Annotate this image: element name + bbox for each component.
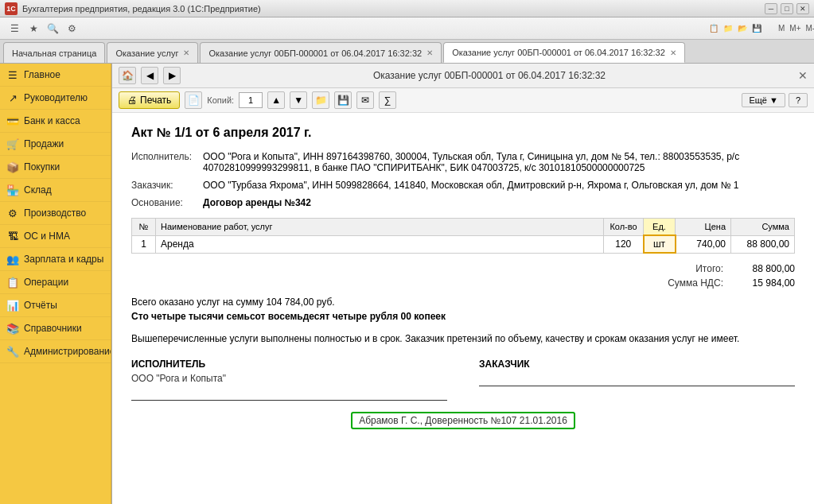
sidebar-item-reports-label: Отчёты [24, 300, 57, 311]
icon-r1[interactable]: 📋 [709, 24, 719, 33]
sidebar-item-admin[interactable]: 🔧 Администрирование [0, 340, 111, 363]
tab-doc1[interactable]: Оказание услуг 00БП-000001 от 06.04.2017… [200, 42, 442, 63]
tab-bar: Начальная страница Оказание услуг ✕ Оказ… [0, 40, 814, 64]
star-icon[interactable]: ★ [25, 21, 41, 37]
tab-service-close[interactable]: ✕ [183, 48, 189, 57]
icon-m2[interactable]: M+ [789, 24, 800, 33]
highlighted-area: Абрамов Г. С., Доверенность №107 21.01.2… [131, 412, 795, 429]
close-button[interactable]: ✕ [796, 3, 809, 14]
content-area: 🏠 ◀ ▶ Оказание услуг 00БП-000001 от 06.0… [111, 64, 814, 504]
sidebar-item-salary-label: Зарплата и кадры [24, 254, 103, 265]
sidebar-item-sales-label: Продажи [24, 138, 64, 149]
icon-m3[interactable]: M- [805, 24, 814, 33]
sidebar-item-reference[interactable]: 📚 Справочники [0, 317, 111, 340]
sum-words: Сто четыре тысячи семьсот восемьдесят че… [131, 311, 795, 322]
admin-icon: 🔧 [6, 345, 19, 358]
maximize-button[interactable]: □ [781, 3, 793, 14]
sidebar-item-warehouse-label: Склад [24, 184, 52, 196]
basis-row: Основание: Договор аренды №342 [131, 197, 795, 208]
sidebar-item-os-label: ОС и НМА [24, 231, 70, 242]
sidebar-item-warehouse[interactable]: 🏪 Склад [0, 179, 111, 202]
minimize-button[interactable]: ─ [765, 3, 777, 14]
icon-r4[interactable]: 💾 [752, 24, 761, 33]
doc-panel: 🏠 ◀ ▶ Оказание услуг 00БП-000001 от 06.0… [111, 64, 814, 504]
sidebar-item-os[interactable]: 🏗 ОС и НМА [0, 225, 111, 248]
save-button[interactable]: 💾 [334, 91, 352, 109]
table-row: 1 Аренда 120 шт 740,00 88 800,00 [132, 235, 795, 253]
sidebar-item-manager[interactable]: ↗ Руководителю [0, 87, 111, 110]
operations-icon: 📋 [6, 276, 19, 289]
print-icon: 🖨 [127, 95, 137, 106]
settings-icon[interactable]: ⚙ [64, 21, 80, 37]
th-no: № [132, 219, 156, 236]
print-label: Печать [140, 95, 171, 106]
sidebar-item-purchases[interactable]: 📦 Покупки [0, 156, 111, 179]
print-button[interactable]: 🖨 Печать [119, 91, 180, 109]
copies-label: Копий: [207, 95, 234, 105]
sidebar-item-production-label: Производство [24, 207, 86, 219]
sidebar-item-reports[interactable]: 📊 Отчёты [0, 294, 111, 317]
icon-r2[interactable]: 📁 [723, 24, 733, 33]
esc-button[interactable]: Ещё ▼ [742, 93, 785, 107]
copies-down[interactable]: ▼ [290, 91, 307, 109]
bank-icon: 💳 [6, 114, 19, 127]
sidebar-item-operations[interactable]: 📋 Операции [0, 271, 111, 294]
reports-icon: 📊 [6, 299, 19, 312]
home-nav-button[interactable]: 🏠 [119, 67, 136, 84]
main-layout: ☰ Главное ↗ Руководителю 💳 Банк и касса … [0, 64, 814, 504]
sidebar-item-main[interactable]: ☰ Главное [0, 64, 111, 87]
tab-home[interactable]: Начальная страница [3, 42, 105, 63]
main-icon: ☰ [6, 68, 19, 81]
icon-r3[interactable]: 📂 [738, 24, 747, 33]
doc-panel-close[interactable]: ✕ [798, 69, 808, 82]
doc-toolbar-right: Ещё ▼ ? [742, 93, 808, 107]
copies-input[interactable] [239, 92, 263, 108]
sig-executor-name: ООО "Рога и Копыта" [131, 373, 447, 384]
sum-button[interactable]: ∑ [379, 91, 396, 109]
act-title: Акт № 1/1 от 6 апреля 2017 г. [131, 126, 795, 140]
sidebar-item-operations-label: Операции [24, 277, 68, 288]
row-qty: 120 [604, 235, 644, 253]
sidebar-item-main-label: Главное [24, 69, 60, 80]
email-button[interactable]: ✉ [356, 91, 374, 109]
preview-button[interactable]: 📄 [185, 91, 202, 109]
tab-doc1-label: Оказание услуг 00БП-000001 от 06.04.2017… [208, 48, 422, 58]
open-button[interactable]: 📁 [312, 91, 329, 109]
sidebar-item-sales[interactable]: 🛒 Продажи [0, 133, 111, 156]
basis-label: Основание: [131, 197, 203, 208]
th-unit: Ед. [644, 219, 676, 236]
help-button[interactable]: ? [789, 93, 808, 107]
highlighted-sig-box[interactable]: Абрамов Г. С., Доверенность №107 21.01.2… [351, 412, 575, 429]
row-price: 740,00 [676, 235, 731, 253]
tab-doc2-close[interactable]: ✕ [670, 48, 676, 57]
help-label: ? [796, 95, 800, 105]
sidebar-item-salary[interactable]: 👥 Зарплата и кадры [0, 248, 111, 271]
total-value: 88 800,00 [731, 263, 795, 274]
os-icon: 🏗 [6, 230, 19, 242]
purchases-icon: 📦 [6, 161, 19, 173]
sidebar-item-bank[interactable]: 💳 Банк и касса [0, 110, 111, 133]
forward-button[interactable]: ▶ [163, 67, 181, 84]
copies-up[interactable]: ▲ [267, 91, 285, 109]
tab-home-label: Начальная страница [12, 48, 96, 58]
menu-icon[interactable]: ☰ [6, 21, 22, 37]
th-price: Цена [676, 219, 731, 236]
th-sum: Сумма [731, 219, 795, 236]
window-controls[interactable]: ─ □ ✕ [765, 3, 809, 14]
back-button[interactable]: ◀ [141, 67, 158, 84]
sidebar-item-production[interactable]: ⚙ Производство [0, 202, 111, 225]
sig-executor-role: ИСПОЛНИТЕЛЬ [131, 359, 447, 370]
total-row: Итого: 88 800,00 [131, 263, 795, 274]
th-qty: Кол-во [604, 219, 644, 236]
tab-doc2[interactable]: Оказание услуг 00БП-000001 от 06.04.2017… [443, 42, 685, 63]
sum-text: Всего оказано услуг на сумму 104 784,00 … [131, 297, 795, 308]
sig-section: ИСПОЛНИТЕЛЬ ООО "Рога и Копыта" ЗАКАЗЧИК [131, 359, 795, 405]
vat-label: Сумма НДС: [636, 277, 731, 289]
search-icon[interactable]: 🔍 [45, 21, 60, 37]
icon-m[interactable]: M [778, 24, 785, 33]
basis-value: Договор аренды №342 [203, 197, 795, 208]
tab-service[interactable]: Оказание услуг ✕ [107, 42, 198, 63]
row-no: 1 [132, 235, 156, 253]
reference-icon: 📚 [6, 322, 19, 335]
tab-doc1-close[interactable]: ✕ [426, 48, 433, 57]
